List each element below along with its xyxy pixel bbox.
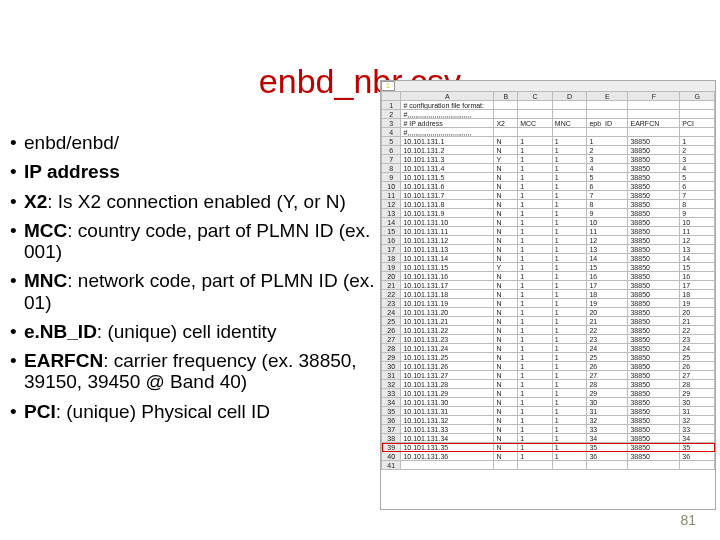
- cell[interactable]: [494, 128, 518, 137]
- cell[interactable]: N: [494, 353, 518, 362]
- cell[interactable]: 14: [587, 254, 628, 263]
- cell[interactable]: 10.101.131.25: [401, 353, 494, 362]
- cell[interactable]: 22: [587, 326, 628, 335]
- cell[interactable]: 1: [518, 362, 553, 371]
- cell[interactable]: 10.101.131.9: [401, 209, 494, 218]
- cell[interactable]: 35: [587, 443, 628, 452]
- cell[interactable]: 10.101.131.21: [401, 317, 494, 326]
- cell[interactable]: 10.101.131.24: [401, 344, 494, 353]
- cell[interactable]: 16: [587, 272, 628, 281]
- cell[interactable]: N: [494, 371, 518, 380]
- cell[interactable]: N: [494, 326, 518, 335]
- cell[interactable]: 17: [680, 281, 715, 290]
- cell[interactable]: 38850: [628, 335, 680, 344]
- cell[interactable]: 1: [518, 137, 553, 146]
- table-row[interactable]: 3# IP addressX2MCCMNCepb_IDEARFCNPCI: [382, 119, 715, 128]
- cell[interactable]: 13: [680, 245, 715, 254]
- cell[interactable]: 10.101.131.6: [401, 182, 494, 191]
- cell[interactable]: [680, 128, 715, 137]
- cell[interactable]: 1: [680, 137, 715, 146]
- cell[interactable]: 18: [680, 290, 715, 299]
- row-header[interactable]: 24: [382, 308, 401, 317]
- cell[interactable]: 3: [587, 155, 628, 164]
- cell[interactable]: 1: [518, 398, 553, 407]
- table-row[interactable]: 4#,,,,,,,,,,,,,,,,,,,,,,,,,,,,,,,,,: [382, 128, 715, 137]
- cell[interactable]: 38850: [628, 344, 680, 353]
- cell[interactable]: N: [494, 200, 518, 209]
- cell[interactable]: 1: [518, 416, 553, 425]
- column-header[interactable]: B: [494, 92, 518, 101]
- cell[interactable]: 1: [518, 218, 553, 227]
- cell[interactable]: 1: [518, 272, 553, 281]
- table-row[interactable]: 3010.101.131.26N11263885026: [382, 362, 715, 371]
- row-header[interactable]: 26: [382, 326, 401, 335]
- row-header[interactable]: 12: [382, 200, 401, 209]
- cell[interactable]: epb_ID: [587, 119, 628, 128]
- cell[interactable]: [587, 110, 628, 119]
- cell[interactable]: 20: [680, 308, 715, 317]
- cell[interactable]: 10.101.131.18: [401, 290, 494, 299]
- cell[interactable]: 10.101.131.12: [401, 236, 494, 245]
- cell[interactable]: 24: [587, 344, 628, 353]
- table-row[interactable]: 2210.101.131.18N11183885018: [382, 290, 715, 299]
- cell[interactable]: 9: [680, 209, 715, 218]
- table-row[interactable]: 3110.101.131.27N11273885027: [382, 371, 715, 380]
- cell[interactable]: 10.101.131.11: [401, 227, 494, 236]
- cell[interactable]: 1: [552, 371, 587, 380]
- cell[interactable]: 1: [518, 452, 553, 461]
- table-row[interactable]: 610.101.131.2N112388502: [382, 146, 715, 155]
- cell[interactable]: 1: [552, 236, 587, 245]
- cell[interactable]: 34: [680, 434, 715, 443]
- cell[interactable]: [518, 461, 553, 470]
- cell[interactable]: 1: [552, 218, 587, 227]
- cell[interactable]: 12: [680, 236, 715, 245]
- cell[interactable]: 38850: [628, 317, 680, 326]
- cell[interactable]: [494, 101, 518, 110]
- cell[interactable]: 1: [552, 308, 587, 317]
- cell[interactable]: 10.101.131.19: [401, 299, 494, 308]
- cell[interactable]: N: [494, 443, 518, 452]
- cell[interactable]: # configuration file format:: [401, 101, 494, 110]
- cell[interactable]: 38850: [628, 425, 680, 434]
- cell[interactable]: 21: [680, 317, 715, 326]
- cell[interactable]: 38850: [628, 407, 680, 416]
- cell[interactable]: 2: [680, 146, 715, 155]
- cell[interactable]: 9: [587, 209, 628, 218]
- cell[interactable]: 1: [518, 245, 553, 254]
- cell[interactable]: N: [494, 164, 518, 173]
- cell[interactable]: 10.101.131.33: [401, 425, 494, 434]
- table-row[interactable]: 2510.101.131.21N11213885021: [382, 317, 715, 326]
- cell[interactable]: [552, 110, 587, 119]
- cell[interactable]: 1: [552, 434, 587, 443]
- cell[interactable]: 1: [552, 200, 587, 209]
- cell[interactable]: 1: [552, 272, 587, 281]
- cell[interactable]: #,,,,,,,,,,,,,,,,,,,,,,,,,,,,,,,,,: [401, 110, 494, 119]
- cell[interactable]: 1: [518, 308, 553, 317]
- row-header[interactable]: 31: [382, 371, 401, 380]
- table-row[interactable]: 1610.101.131.12N11123885012: [382, 236, 715, 245]
- cell[interactable]: 10.101.131.4: [401, 164, 494, 173]
- table-row[interactable]: 1810.101.131.14N11143885014: [382, 254, 715, 263]
- table-row[interactable]: 1510.101.131.11N11113885011: [382, 227, 715, 236]
- cell[interactable]: 30: [680, 398, 715, 407]
- cell[interactable]: 10.101.131.32: [401, 416, 494, 425]
- cell[interactable]: N: [494, 182, 518, 191]
- row-header[interactable]: 39: [382, 443, 401, 452]
- cell[interactable]: [518, 128, 553, 137]
- cell[interactable]: 6: [587, 182, 628, 191]
- table-row[interactable]: 1010.101.131.6N116388506: [382, 182, 715, 191]
- cell[interactable]: 3: [680, 155, 715, 164]
- cell[interactable]: 26: [680, 362, 715, 371]
- row-header[interactable]: 10: [382, 182, 401, 191]
- cell[interactable]: PCI: [680, 119, 715, 128]
- cell[interactable]: 33: [680, 425, 715, 434]
- cell[interactable]: 1: [518, 281, 553, 290]
- cell[interactable]: 24: [680, 344, 715, 353]
- cell[interactable]: 25: [587, 353, 628, 362]
- cell[interactable]: N: [494, 290, 518, 299]
- cell[interactable]: 7: [680, 191, 715, 200]
- row-header[interactable]: 1: [382, 101, 401, 110]
- row-header[interactable]: 11: [382, 191, 401, 200]
- cell[interactable]: 2: [587, 146, 628, 155]
- cell[interactable]: MNC: [552, 119, 587, 128]
